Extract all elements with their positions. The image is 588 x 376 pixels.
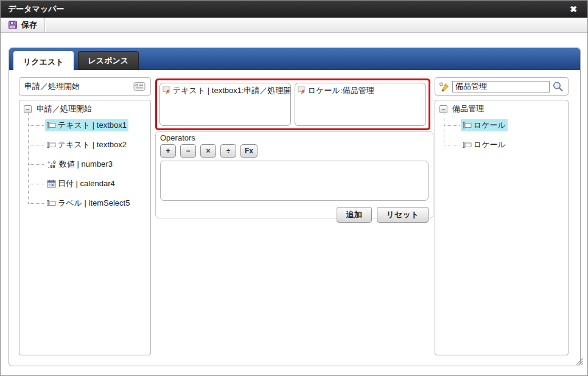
save-button[interactable]: 保存	[1, 18, 44, 32]
formula-input[interactable]	[160, 161, 429, 201]
number-icon: + .0 .00	[47, 160, 57, 169]
source-header-label: 申請／処理開始	[24, 81, 80, 92]
tab-response[interactable]: レスポンス	[78, 51, 139, 70]
function-operator-button[interactable]: Fx	[240, 144, 257, 158]
textbox-icon	[47, 141, 56, 148]
tree-item-label: 日付 | calendar4	[58, 178, 115, 189]
source-tree-root[interactable]: − 申請／処理開始	[24, 103, 94, 115]
mapped-item-label: テキスト | textbox1:申請／処理開始	[173, 85, 291, 96]
plus-operator-button[interactable]: +	[160, 144, 176, 158]
save-button-label: 保存	[21, 19, 37, 30]
mapped-item[interactable]: ✗ ロケール:備品管理	[298, 85, 423, 96]
calendar-icon	[47, 179, 56, 188]
tree-item-label: テキスト | textbox2	[58, 139, 127, 150]
data-mapper-dialog: データマッパー ✖ 保存 リクエスト	[0, 0, 588, 376]
operators-label: Operators	[160, 133, 429, 142]
svg-text:✗: ✗	[166, 89, 170, 94]
add-button[interactable]: 追加	[337, 207, 372, 223]
tab-request[interactable]: リクエスト	[13, 51, 74, 73]
svg-text:✗: ✗	[301, 89, 306, 94]
target-tree: − 備品管理 ロケール	[435, 100, 569, 355]
save-floppy-icon	[8, 20, 18, 30]
mapped-item-remove-icon[interactable]: ✗	[298, 85, 307, 94]
mapping-drop-area: ✗ テキスト | textbox1:申請／処理開始 ✗ ロケール:備品管理	[155, 78, 430, 130]
tree-item-label: テキスト | textbox1	[58, 120, 127, 131]
label-icon	[47, 200, 56, 207]
resize-grip-icon[interactable]	[575, 357, 584, 368]
operator-buttons: + − × ÷ Fx	[160, 144, 429, 158]
target-tree-root[interactable]: − 備品管理	[439, 103, 486, 115]
tree-item-label: 数値 | number3	[59, 159, 113, 170]
tree-item-label: ロケール	[474, 139, 506, 150]
operators-panel: Operators + − × ÷ Fx 追加 リセット	[155, 131, 433, 218]
target-tree-item-locale-2[interactable]: ロケール	[461, 139, 508, 151]
mapped-item-remove-icon[interactable]: ✗	[163, 85, 172, 94]
mapped-item-label: ロケール:備品管理	[308, 85, 374, 96]
target-header	[435, 77, 569, 96]
close-icon[interactable]: ✖	[567, 2, 580, 16]
edit-pencil-icon	[439, 82, 450, 92]
toolbar-separator	[44, 18, 46, 32]
tab-request-label: リクエスト	[23, 57, 64, 68]
tab-strip: リクエスト レスポンス	[9, 48, 580, 70]
source-tree: − 申請／処理開始 テキスト | textbox1	[19, 100, 151, 355]
tab-response-label: レスポンス	[88, 55, 129, 66]
divide-operator-button[interactable]: ÷	[220, 144, 236, 158]
source-tree-item-calendar4[interactable]: 日付 | calendar4	[45, 178, 117, 190]
source-header: 申請／処理開始	[19, 77, 151, 96]
drop-zone-left[interactable]: ✗ テキスト | textbox1:申請／処理開始	[159, 83, 291, 126]
search-icon[interactable]	[552, 81, 564, 92]
form-detail-icon[interactable]	[133, 82, 145, 91]
collapse-icon[interactable]: −	[439, 105, 447, 113]
multiply-operator-button[interactable]: ×	[200, 144, 216, 158]
operators-actions: 追加 リセット	[160, 207, 429, 223]
svg-text:.00: .00	[47, 164, 55, 169]
collapse-icon[interactable]: −	[24, 105, 32, 113]
toolbar: 保存	[1, 18, 587, 33]
target-tree-item-locale-1[interactable]: ロケール	[461, 119, 508, 131]
tree-item-label: ラベル | itemSelect5	[58, 198, 130, 209]
dialog-title: データマッパー	[8, 4, 65, 15]
tree-connector	[28, 113, 29, 204]
minus-operator-button[interactable]: −	[180, 144, 196, 158]
target-root-label: 備品管理	[450, 103, 486, 115]
textbox-icon	[47, 122, 56, 129]
mapped-item[interactable]: ✗ テキスト | textbox1:申請／処理開始	[163, 85, 288, 96]
search-input[interactable]	[452, 81, 550, 92]
source-tree-item-textbox1[interactable]: テキスト | textbox1	[45, 119, 128, 131]
textbox-icon	[463, 122, 472, 129]
source-tree-item-number3[interactable]: + .0 .00 数値 | number3	[45, 158, 114, 170]
textbox-icon	[463, 141, 472, 148]
source-tree-item-itemselect5[interactable]: ラベル | itemSelect5	[45, 197, 131, 209]
reset-button[interactable]: リセット	[377, 207, 429, 223]
drop-zone-right[interactable]: ✗ ロケール:備品管理	[295, 83, 426, 126]
tree-item-label: ロケール	[474, 120, 506, 131]
dialog-titlebar: データマッパー ✖	[1, 1, 587, 18]
source-root-label: 申請／処理開始	[35, 103, 94, 115]
source-tree-item-textbox2[interactable]: テキスト | textbox2	[45, 139, 128, 151]
tree-connector	[444, 113, 444, 145]
